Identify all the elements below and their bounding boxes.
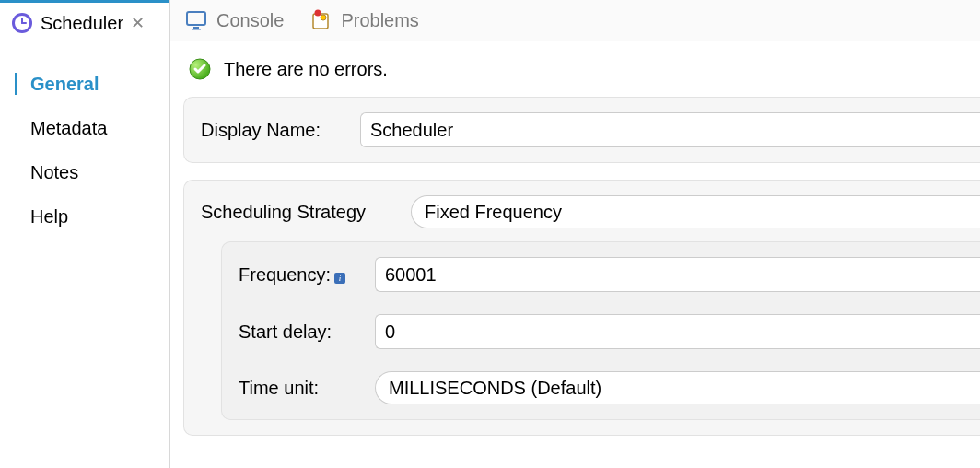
sidebar-item-metadata[interactable]: Metadata <box>15 117 169 139</box>
start-delay-input[interactable] <box>375 314 980 349</box>
scheduling-strategy-value: Fixed Frequency <box>425 202 562 223</box>
top-tabs: Console Problems <box>170 0 980 41</box>
svg-rect-5 <box>193 27 199 29</box>
tab-title: Scheduler <box>41 13 123 34</box>
tab-problems[interactable]: Problems <box>309 9 418 31</box>
status-row: There are no errors. <box>170 58 980 97</box>
sidebar-item-help[interactable]: Help <box>15 205 169 228</box>
svg-point-8 <box>315 10 321 17</box>
close-icon[interactable]: ✕ <box>131 13 145 33</box>
frequency-input[interactable] <box>375 257 980 292</box>
tab-console-label: Console <box>216 10 284 31</box>
tab-console[interactable]: Console <box>185 9 284 31</box>
time-unit-value: MILLISECONDS (Default) <box>389 378 601 399</box>
tab-problems-label: Problems <box>341 10 418 31</box>
status-message: There are no errors. <box>224 59 388 80</box>
display-name-panel: Display Name: <box>183 97 980 163</box>
scheduling-strategy-select[interactable]: Fixed Frequency <box>411 195 980 228</box>
sidebar-item-general[interactable]: General <box>15 73 169 95</box>
display-name-input[interactable] <box>360 112 980 147</box>
time-unit-label: Time unit: <box>239 378 358 399</box>
frequency-label: Frequency: <box>239 264 331 286</box>
display-name-label: Display Name: <box>201 120 344 141</box>
info-icon[interactable]: i <box>334 273 345 284</box>
svg-rect-6 <box>192 29 201 30</box>
sidebar-item-notes[interactable]: Notes <box>15 161 169 183</box>
clock-icon <box>11 12 33 34</box>
problems-icon <box>309 9 332 31</box>
frequency-panel: Frequency: i Start delay: Time unit: MIL… <box>221 241 980 420</box>
svg-rect-4 <box>187 12 205 25</box>
scheduling-strategy-panel: Scheduling Strategy Fixed Frequency Freq… <box>183 180 980 436</box>
svg-point-9 <box>321 15 326 20</box>
success-icon <box>189 58 211 80</box>
console-icon <box>185 9 207 31</box>
scheduling-strategy-label: Scheduling Strategy <box>201 202 394 223</box>
tab-scheduler[interactable]: Scheduler ✕ <box>0 0 169 43</box>
side-nav: General Metadata Notes Help <box>0 43 169 468</box>
time-unit-select[interactable]: MILLISECONDS (Default) <box>375 371 980 404</box>
start-delay-label: Start delay: <box>239 322 358 343</box>
